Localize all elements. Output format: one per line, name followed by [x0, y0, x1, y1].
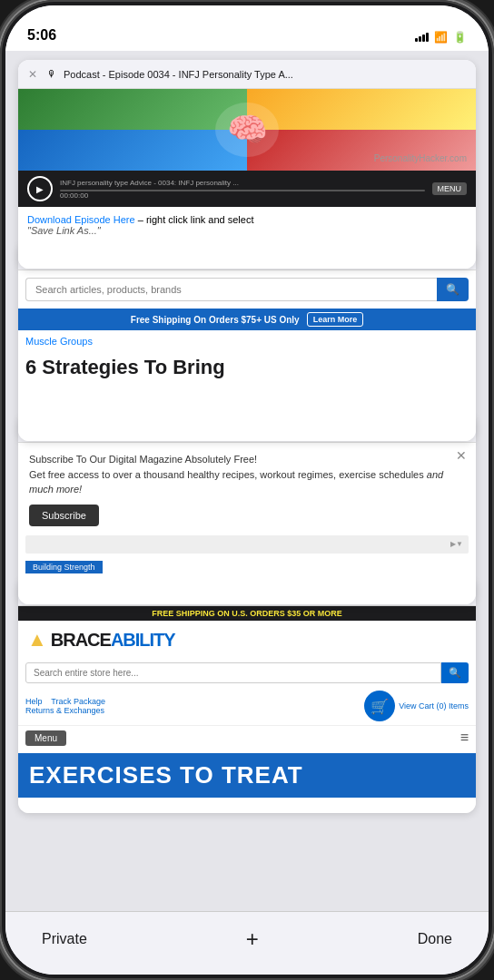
bb-search-btn[interactable]: 🔍	[437, 278, 469, 301]
brace-menu-row: Menu ≡	[18, 725, 476, 750]
brace-text1: BRACE	[51, 630, 111, 650]
bottom-toolbar: Private + Done	[5, 911, 489, 975]
podcast-thumbnail: 🧠 PersonalityHacker.com	[18, 89, 476, 171]
building-strength-tag-area: Building Strength	[18, 554, 476, 577]
bar4	[426, 33, 429, 42]
play-button[interactable]: ▶	[27, 176, 53, 201]
tab-content-4: FREE SHIPPING ON U.S. ORDERS $35 OR MORE…	[18, 606, 476, 813]
status-time: 5:06	[27, 27, 56, 44]
download-text-2: – right click link and select	[138, 214, 254, 225]
bb-search-input[interactable]	[25, 278, 437, 301]
tab-header-1: ✕ 🎙 Podcast - Episode 0034 - INFJ Person…	[18, 60, 476, 89]
podcast-info: INFJ personality type Advice - 0034: INF…	[60, 179, 425, 200]
brace-search-row: 🔍	[25, 662, 469, 683]
tab-title-1: Podcast - Episode 0034 - INFJ Personalit…	[64, 69, 469, 80]
tab-card-1[interactable]: ✕ 🎙 Podcast - Episode 0034 - INFJ Person…	[18, 60, 476, 269]
wf-text-2: Get free access to over a thousand healt…	[29, 469, 424, 480]
ad-label: ▶▼	[450, 540, 463, 548]
podcast-menu-btn[interactable]: MENU	[432, 182, 468, 195]
exercises-banner: EXERCISES TO TREAT	[18, 753, 476, 798]
ad-placeholder: ▶▼	[25, 535, 469, 554]
podcast-info-text: INFJ personality type Advice - 0034: INF…	[60, 179, 425, 187]
status-bar: 5:06 📶 🔋	[5, 5, 489, 51]
wf-close-btn[interactable]: ✕	[456, 448, 467, 463]
status-icons: 📶 🔋	[415, 31, 467, 44]
battery-icon: 🔋	[453, 31, 467, 44]
tab-card-3[interactable]: ✕ 🏃 The "Cutting Phase" In Body Building…	[18, 414, 476, 604]
building-strength-tag: Building Strength	[25, 561, 103, 573]
brace-text2: ABILITY	[111, 630, 175, 650]
download-text-area: Download Episode Here – right click link…	[18, 207, 476, 243]
learn-more-btn[interactable]: Learn More	[307, 312, 364, 327]
subscribe-btn[interactable]: Subscribe	[29, 505, 99, 526]
phone-frame: 5:06 📶 🔋 ✕ 🎙 Podcast - Episode 0034	[0, 0, 494, 980]
wf-subscribe-text: Subscribe To Our Digital Magazine Absolu…	[29, 452, 465, 497]
brace-search-btn[interactable]: 🔍	[441, 662, 469, 683]
signal-bars-icon	[415, 33, 429, 42]
view-cart-text[interactable]: View Cart (0) Items	[399, 701, 469, 710]
wf-subscribe-box: ✕ Subscribe To Our Digital Magazine Abso…	[18, 443, 476, 535]
tab-content-2: 🔍 Free Shipping On Orders $75+ US Only L…	[18, 270, 476, 441]
menu-btn[interactable]: Menu	[25, 730, 66, 746]
tab-favicon-1: 🎙	[45, 68, 58, 81]
exercises-title: EXERCISES TO TREAT	[29, 762, 465, 789]
browser-tabs-area: ✕ 🎙 Podcast - Episode 0034 - INFJ Person…	[5, 51, 489, 911]
bb-heading: 6 Strategies To Bring	[18, 352, 476, 383]
tab-content-3: ✕ Subscribe To Our Digital Magazine Abso…	[18, 443, 476, 604]
private-btn[interactable]: Private	[42, 931, 87, 947]
wifi-icon: 📶	[434, 31, 448, 44]
new-tab-btn[interactable]: +	[246, 926, 259, 952]
brace-nav-returns[interactable]: Returns & Exchanges	[25, 706, 355, 715]
site-name-label: PersonalityHacker.com	[374, 153, 467, 163]
bar2	[419, 36, 421, 42]
done-btn[interactable]: Done	[418, 931, 452, 947]
play-bar: ▶ INFJ personality type Advice - 0034: I…	[18, 171, 476, 207]
bb-shipping-bar: Free Shipping On Orders $75+ US Only Lea…	[18, 309, 476, 330]
bb-shipping-text: Free Shipping On Orders $75+ US Only	[131, 315, 300, 325]
podcast-time: 00:00:00	[60, 191, 425, 200]
brace-logo: BRACEABILITY	[51, 630, 175, 651]
hamburger-icon[interactable]: ≡	[66, 730, 469, 746]
download-text-3: "Save Link As..."	[27, 225, 101, 236]
tab-content-1: 🧠 PersonalityHacker.com ▶ INFJ personali…	[18, 89, 476, 269]
bar1	[415, 38, 418, 42]
bar3	[422, 34, 425, 42]
brace-search-input[interactable]	[25, 662, 441, 683]
muscle-groups-link[interactable]: Muscle Groups	[18, 330, 476, 352]
tab-card-4[interactable]: ✕ 🔑 9 Exercises for Lumbar & Cervical Sp…	[18, 577, 476, 813]
brace-logo-icon: ▲	[27, 628, 47, 652]
wf-text-1: Subscribe To Our Digital Magazine Absolu…	[29, 454, 257, 465]
tab-close-1[interactable]: ✕	[25, 67, 40, 82]
bb-search-bar: 🔍	[25, 278, 469, 301]
tab-card-2[interactable]: ✕ 🏋 6 Strategies To Bring Up Your Middle…	[18, 241, 476, 441]
brace-nav-links: Help Track Package Returns & Exchanges	[25, 697, 355, 715]
brace-nav-row: Help Track Package Returns & Exchanges 🛒…	[18, 687, 476, 725]
phone-inner: 5:06 📶 🔋 ✕ 🎙 Podcast - Episode 0034	[5, 5, 489, 975]
brace-logo-area: ▲ BRACEABILITY	[18, 621, 476, 659]
download-link[interactable]: Download Episode Here	[27, 214, 135, 225]
brace-shipping-banner: FREE SHIPPING ON U.S. ORDERS $35 OR MORE	[18, 606, 476, 621]
cart-area: 🛒 View Cart (0) Items	[364, 691, 469, 721]
brace-nav-help[interactable]: Help Track Package	[25, 697, 355, 706]
cart-icon[interactable]: 🛒	[364, 691, 395, 721]
